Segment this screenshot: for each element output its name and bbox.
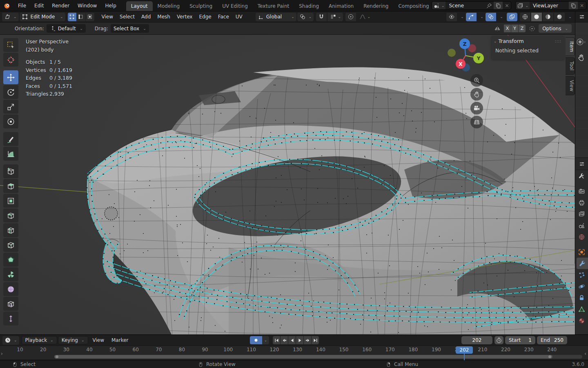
object-types-dropdown[interactable]: ⌄ [458,13,465,21]
tool-scale-button[interactable] [3,100,18,114]
properties-tab-constraints[interactable] [575,292,588,303]
current-frame-field[interactable]: 202 [461,336,492,344]
viewport-menu-item[interactable]: Edge [196,13,214,21]
properties-tab-modifiers[interactable] [577,258,588,269]
options-button[interactable]: Options ⌄ [539,24,572,33]
workspace-tab[interactable]: Texture Paint [253,1,294,11]
new-viewlayer-button[interactable] [569,2,578,9]
properties-tab-view-layer[interactable] [575,208,588,220]
snap-settings-button[interactable]: ⌄ [327,13,343,21]
playhead-line[interactable] [464,353,465,360]
viewport-canvas[interactable]: User Perspective (202) body Objects 1 / … [0,35,575,334]
sidebar-tab-tool[interactable]: Tool [566,57,575,74]
properties-tab-particles[interactable] [575,269,588,280]
viewlayer-browse-button[interactable]: ⌄ [516,2,530,9]
viewport-menu-item[interactable]: View [98,13,116,21]
transform-panel-title[interactable]: Transform [499,38,524,44]
keying-menu[interactable]: Keying⌄ [58,336,88,344]
next-keyframe-button[interactable] [304,336,311,344]
tool-loop-cut-button[interactable] [3,223,18,237]
proportional-editing-button[interactable] [345,13,356,21]
viewlayer-name[interactable]: ViewLayer [530,3,569,9]
xray-toggle-button[interactable] [507,13,517,21]
topbar-menu-item[interactable]: Render [48,0,74,11]
unlink-scene-button[interactable]: ✕ [503,3,511,9]
tool-annotate-button[interactable] [3,132,18,146]
workspace-tab[interactable]: Rendering [359,1,393,11]
workspace-tab[interactable]: Shading [294,1,324,11]
timeline-editor-type-button[interactable]: ⌄ [2,336,19,345]
topbar-menu-item[interactable]: File [14,0,30,11]
playback-menu[interactable]: Playback⌄ [22,336,57,344]
scene-browse-button[interactable]: ⌄ [432,2,446,9]
tool-spin-button[interactable] [3,267,18,281]
sidebar-tab-view[interactable]: View [566,76,575,95]
auto-keying-dropdown[interactable]: ⌄ [262,336,269,344]
properties-tab-physics[interactable] [575,280,588,292]
camera-view-button[interactable] [470,102,483,114]
workspace-tab[interactable]: UV Editing [217,1,253,11]
play-button[interactable] [296,336,303,344]
timeline-marker-menu[interactable]: Marker [108,337,132,343]
proportional-falloff-button[interactable]: ⌄ [357,13,372,21]
shading-wireframe-button[interactable] [520,13,530,21]
tool-cursor-button[interactable] [3,53,18,67]
pin-scene-button[interactable] [485,2,494,9]
correct-face-attributes-icon[interactable] [529,25,535,32]
viewport-menu-item[interactable]: Face [215,13,232,21]
playhead[interactable]: 202 [456,346,473,354]
properties-tab-output[interactable] [575,197,588,208]
mode-select[interactable]: Edit Mode ⌄ [20,13,65,21]
properties-tab-material[interactable] [575,315,588,326]
properties-header[interactable] [575,158,588,170]
scrollbar-thumb[interactable] [54,355,552,359]
topbar-menu-item[interactable]: Edit [30,0,48,11]
prev-keyframe-button[interactable] [281,336,288,344]
workspace-tab[interactable]: Animation [324,1,359,11]
viewport-menu-item[interactable]: Mesh [154,13,174,21]
properties-tab-object[interactable] [575,246,588,258]
panel-collapse-icon[interactable]: ⌄ [494,39,497,43]
properties-tab-tool[interactable] [575,170,588,182]
face-select-mode-button[interactable] [86,13,94,21]
properties-tab-scene[interactable] [575,220,588,231]
scrollbar-handle-left[interactable] [56,355,58,358]
workspace-tab[interactable]: Sculpting [185,1,217,11]
mirror-icon[interactable] [494,25,501,32]
use-preview-range-button[interactable] [494,336,503,344]
tool-select-box-button[interactable] [3,38,18,52]
show-overlays-button[interactable] [486,13,496,21]
auto-keying-button[interactable] [250,336,262,344]
expand-left-arrow[interactable]: › [1,351,3,357]
show-object-types-button[interactable] [446,13,457,21]
zoom-button[interactable] [470,74,483,87]
tool-smooth-button[interactable] [3,282,18,296]
snap-toggle-button[interactable] [316,13,327,21]
expand-region-button[interactable] [576,38,584,46]
properties-tab-render[interactable] [575,185,588,197]
mirror-axis-button[interactable]: Z [519,25,526,32]
outliner-header[interactable] [575,11,588,22]
blender-logo-icon[interactable] [0,0,14,11]
sidebar-tab-item[interactable]: Item [566,37,575,56]
transform-orientation-select[interactable]: Global ⌄ [256,13,296,21]
tool-bevel-button[interactable] [3,209,18,222]
tool-knife-button[interactable] [3,238,18,252]
frame-start-field[interactable]: Start 1 [505,336,535,344]
overlays-dropdown[interactable]: ⌄ [497,13,504,21]
topbar-menu-item[interactable]: Help [101,0,120,11]
shading-solid-button[interactable] [531,13,542,21]
car-mesh-object[interactable] [84,63,575,334]
properties-tab-world[interactable] [575,231,588,242]
timeline-view-menu[interactable]: View [89,337,108,343]
play-reverse-button[interactable] [288,336,296,344]
expand-right-arrow[interactable]: ‹ [584,351,586,357]
mirror-axis-button[interactable]: X [504,25,511,32]
workspace-tab[interactable]: Compositing [393,1,429,11]
tool-transform-button[interactable] [3,114,18,128]
shading-dropdown[interactable]: ⌄ [566,13,573,21]
editor-type-button[interactable]: ⌄ [2,13,19,21]
tool-poly-build-button[interactable] [3,253,18,267]
remove-viewlayer-button[interactable]: ✕ [578,3,586,9]
timeline-scrollbar[interactable] [54,355,582,359]
